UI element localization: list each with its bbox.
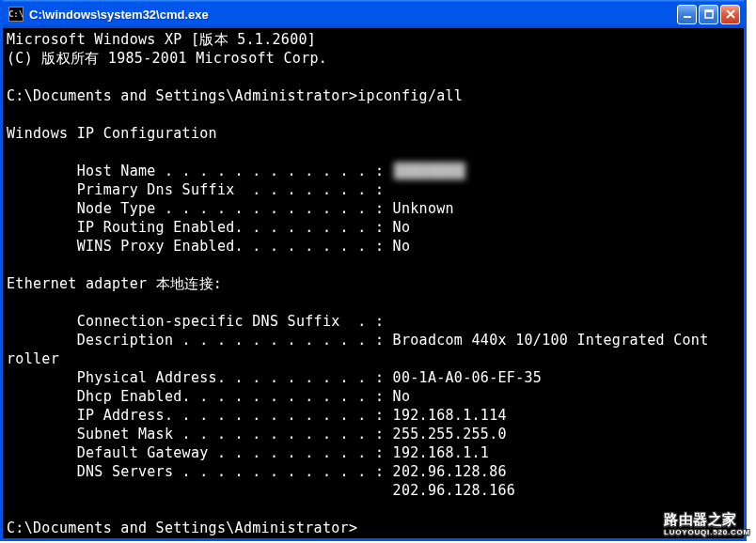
cmd-window: C:\ C:\windows\system32\cmd.exe Microsof… bbox=[0, 0, 747, 541]
window-title: C:\windows\system32\cmd.exe bbox=[29, 8, 677, 22]
ip-address: IP Address. . . . . . . . . . . . : 192.… bbox=[7, 407, 507, 424]
svg-rect-2 bbox=[705, 10, 713, 12]
app-icon: C:\ bbox=[8, 7, 24, 22]
os-header-line2: (C) 版权所有 1985-2001 Microsoft Corp. bbox=[7, 50, 327, 67]
dns-servers-2: 202.96.128.166 bbox=[7, 482, 515, 499]
watermark: 路由器之家 LUOYOUQI.520.COM bbox=[664, 513, 750, 539]
titlebar[interactable]: C:\ C:\windows\system32\cmd.exe bbox=[3, 0, 744, 28]
dns-servers-1: DNS Servers . . . . . . . . . . . : 202.… bbox=[7, 463, 507, 480]
subnet-mask: Subnet Mask . . . . . . . . . . . : 255.… bbox=[7, 426, 507, 442]
default-gateway: Default Gateway . . . . . . . . . : 192.… bbox=[7, 444, 489, 461]
prompt-command: ipconfig/all bbox=[357, 87, 463, 104]
minimize-button[interactable] bbox=[677, 5, 697, 24]
terminal-output[interactable]: Microsoft Windows XP [版本 5.1.2600] (C) 版… bbox=[3, 28, 744, 538]
prompt-idle: C:\Documents and Settings\Administrator> bbox=[7, 520, 357, 536]
host-name-label: Host Name . . . . . . . . . . . . : bbox=[7, 163, 393, 179]
description: Description . . . . . . . . . . . : Broa… bbox=[7, 332, 708, 349]
prompt-path: C:\Documents and Settings\Administrator> bbox=[7, 87, 357, 104]
window-controls bbox=[677, 5, 740, 24]
maximize-button[interactable] bbox=[699, 5, 718, 24]
os-header-line1: Microsoft Windows XP [版本 5.1.2600] bbox=[7, 31, 316, 48]
dhcp-enabled: Dhcp Enabled. . . . . . . . . . . : No bbox=[7, 388, 410, 405]
close-button[interactable] bbox=[720, 5, 740, 24]
section-ethernet: Ethernet adapter 本地连接: bbox=[7, 275, 222, 292]
wins-proxy: WINS Proxy Enabled. . . . . . . . : No bbox=[7, 238, 410, 255]
watermark-main: 路由器之家 bbox=[664, 511, 737, 527]
ip-routing: IP Routing Enabled. . . . . . . . : No bbox=[7, 219, 410, 236]
node-type: Node Type . . . . . . . . . . . . : Unkn… bbox=[7, 200, 454, 217]
physical-address: Physical Address. . . . . . . . . : 00-1… bbox=[7, 369, 542, 386]
conn-dns-suffix: Connection-specific DNS Suffix . : bbox=[7, 313, 384, 330]
watermark-sub: LUOYOUQI.520.COM bbox=[664, 526, 750, 539]
primary-dns-suffix: Primary Dns Suffix . . . . . . . : bbox=[7, 181, 384, 198]
section-winip: Windows IP Configuration bbox=[7, 125, 217, 142]
host-name-value: ████████ bbox=[393, 162, 467, 180]
description-wrap: roller bbox=[7, 350, 59, 367]
svg-rect-0 bbox=[684, 16, 691, 18]
